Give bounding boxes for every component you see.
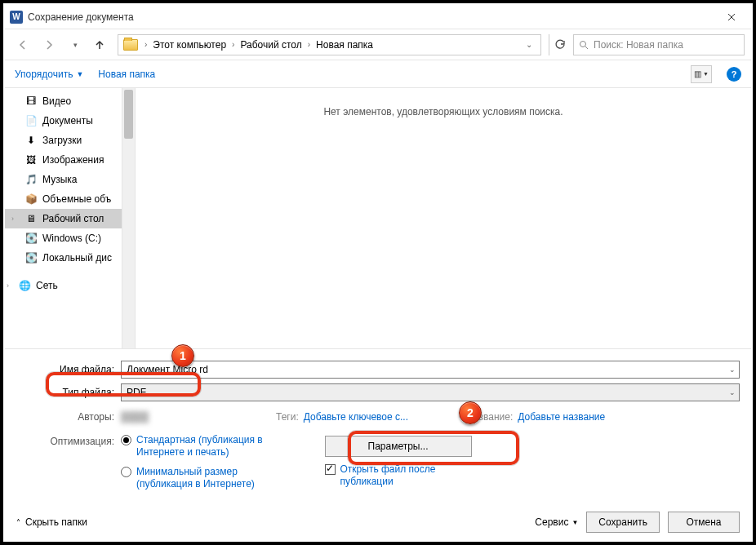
filename-label: Имя файла:	[16, 364, 121, 375]
authors-value[interactable]: ████	[121, 411, 149, 423]
hide-folders-button[interactable]: ˄ Скрыть папки	[16, 516, 87, 528]
cube-icon: 📦	[24, 193, 38, 206]
chevron-right-icon: ›	[11, 215, 20, 223]
chevron-down-icon[interactable]: ⌄	[729, 388, 736, 397]
breadcrumb[interactable]: › Этот компьютер › Рабочий стол › Новая …	[141, 35, 376, 55]
radio-standard-label: Стандартная (публикация в Интернете и пе…	[136, 434, 284, 459]
drive-icon: 💽	[24, 251, 38, 264]
options-button[interactable]: Параметры...	[325, 436, 472, 457]
chevron-down-icon: ▼	[571, 519, 578, 526]
tree-label: Загрузки	[42, 135, 82, 146]
arrow-up-icon	[94, 39, 105, 51]
radio-icon	[121, 467, 131, 477]
scrollbar-thumb[interactable]	[124, 90, 133, 139]
tree-item-video[interactable]: 🎞Видео	[5, 91, 135, 111]
options-label: Параметры...	[368, 441, 429, 452]
refresh-button[interactable]	[549, 34, 570, 55]
radio-minimum[interactable]: Минимальный размер (публикация в Интерне…	[121, 466, 284, 491]
nav-back[interactable]	[11, 33, 34, 56]
document-icon: 📄	[24, 114, 38, 127]
tree-item-drive-c[interactable]: 💽Windows (C:)	[5, 228, 135, 248]
save-button[interactable]: Сохранить	[586, 512, 660, 533]
tree-item-downloads[interactable]: ⬇Загрузки	[5, 131, 135, 150]
help-button[interactable]: ?	[727, 67, 741, 82]
network-icon: 🌐	[18, 279, 31, 292]
chevron-down-icon: ▼	[76, 70, 83, 78]
optimize-label: Оптимизация:	[16, 434, 121, 447]
tree-label: Локальный дис	[42, 252, 112, 264]
tree-item-3d[interactable]: 📦Объемные объ	[5, 189, 135, 209]
tree-item-desktop[interactable]: ›🖥Рабочий стол	[5, 209, 135, 228]
filetype-select[interactable]: PDF ⌄	[121, 383, 740, 401]
tags-label: Теги:	[276, 411, 299, 423]
drive-icon: 💽	[24, 232, 38, 245]
radio-standard[interactable]: Стандартная (публикация в Интернете и пе…	[121, 434, 284, 459]
empty-message: Нет элементов, удовлетворяющих условиям …	[323, 106, 563, 117]
file-list: Нет элементов, удовлетворяющих условиям …	[136, 88, 751, 348]
crumb-seg[interactable]: Новая папка	[314, 39, 376, 51]
title-add[interactable]: Добавьте название	[518, 411, 605, 423]
radio-icon	[121, 435, 131, 445]
new-folder-button[interactable]: Новая папка	[98, 69, 155, 80]
tree-label: Сеть	[36, 280, 58, 291]
nav-up[interactable]	[90, 35, 109, 55]
nav-forward[interactable]	[38, 33, 60, 56]
chevron-down-icon: ▼	[703, 71, 709, 77]
arrow-right-icon	[43, 39, 55, 51]
address-bar[interactable]: › Этот компьютер › Рабочий стол › Новая …	[118, 34, 541, 55]
picture-icon: ▥	[694, 69, 701, 78]
view-mode-button[interactable]: ▥ ▼	[691, 65, 712, 83]
open-after-checkbox[interactable]: Открыть файл после публикации	[325, 463, 472, 489]
chevron-right-icon: ›	[305, 40, 314, 49]
tags-add[interactable]: Добавьте ключевое с...	[304, 411, 408, 423]
tools-button[interactable]: Сервис ▼	[535, 516, 578, 528]
filename-input[interactable]: Документ Micro rd ⌄	[121, 361, 740, 379]
tree-item-documents[interactable]: 📄Документы	[5, 111, 135, 131]
navbar: ▾ › Этот компьютер › Рабочий стол › Нова…	[5, 29, 751, 60]
tree-item-local-disk[interactable]: 💽Локальный дис	[5, 248, 135, 268]
tree-label: Рабочий стол	[42, 213, 104, 224]
title-label: азвание:	[474, 411, 513, 423]
chevron-right-icon: ›	[7, 281, 15, 290]
folder-icon	[123, 39, 138, 51]
video-icon: 🎞	[24, 95, 38, 108]
pictures-icon: 🖼	[24, 153, 38, 166]
chevron-down-icon[interactable]: ⌄	[729, 366, 736, 374]
cancel-button[interactable]: Отмена	[668, 512, 740, 533]
tree-label: Документы	[42, 115, 93, 126]
window-title: Сохранение документа	[28, 11, 713, 23]
close-icon	[727, 13, 736, 21]
tree-item-music[interactable]: 🎵Музыка	[5, 170, 135, 189]
chevron-up-icon: ˄	[16, 518, 20, 527]
search-input[interactable]: Поиск: Новая папка	[573, 34, 745, 55]
radio-min-label: Минимальный размер (публикация в Интерне…	[136, 466, 284, 491]
filetype-value: PDF	[127, 387, 146, 398]
titlebar: W Сохранение документа	[5, 5, 751, 29]
footer: ˄ Скрыть папки Сервис ▼ Сохранить Отмена	[5, 504, 751, 540]
nav-recent[interactable]: ▾	[64, 33, 87, 56]
new-folder-label: Новая папка	[98, 69, 155, 80]
word-icon: W	[10, 11, 23, 24]
tree-item-pictures[interactable]: 🖼Изображения	[5, 150, 135, 170]
crumb-seg[interactable]: Рабочий стол	[238, 39, 304, 51]
filetype-label: Тип файла:	[16, 387, 121, 398]
organize-button[interactable]: Упорядочить ▼	[15, 69, 83, 80]
close-button[interactable]	[713, 5, 749, 29]
tree-label: Объемные объ	[42, 193, 111, 205]
organize-label: Упорядочить	[15, 69, 73, 80]
music-icon: 🎵	[24, 173, 38, 186]
chevron-down-icon[interactable]: ⌄	[521, 40, 537, 49]
refresh-icon	[554, 39, 566, 51]
nav-tree[interactable]: 🎞Видео 📄Документы ⬇Загрузки 🖼Изображения…	[5, 88, 136, 348]
svg-point-0	[580, 41, 586, 47]
tree-label: Видео	[42, 95, 71, 107]
tree-label: Музыка	[42, 174, 77, 185]
arrow-left-icon	[17, 39, 29, 51]
tree-item-network[interactable]: ›🌐Сеть	[5, 276, 135, 295]
tree-scrollbar[interactable]	[122, 88, 135, 348]
crumb-seg[interactable]: Этот компьютер	[150, 39, 229, 51]
tree-label: Windows (C:)	[42, 233, 101, 244]
tree-label: Изображения	[42, 154, 104, 166]
hide-folders-label: Скрыть папки	[25, 516, 87, 528]
desktop-icon: 🖥	[24, 212, 38, 225]
